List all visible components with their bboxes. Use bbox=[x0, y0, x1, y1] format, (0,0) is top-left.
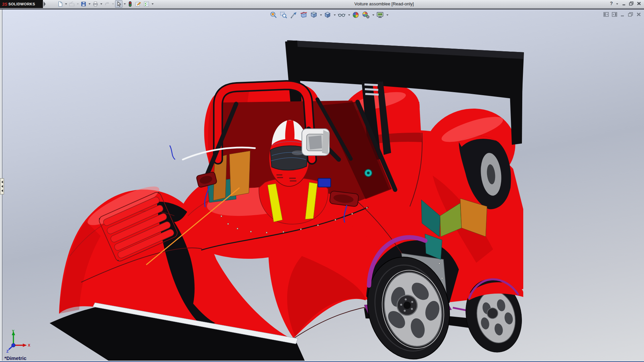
help-button[interactable]: ? bbox=[610, 1, 613, 6]
pane-left-icon bbox=[603, 12, 609, 17]
window-controls: ? bbox=[610, 1, 641, 6]
brand-name: SOLIDWORKS bbox=[8, 2, 35, 6]
restore-document-button[interactable] bbox=[628, 12, 633, 17]
z-axis-ball-icon bbox=[12, 344, 15, 347]
new-document-button[interactable] bbox=[56, 0, 64, 8]
x-axis-arrow-icon bbox=[23, 344, 27, 347]
minimize-button[interactable] bbox=[622, 1, 626, 6]
view-settings-icon bbox=[376, 11, 384, 19]
view-orientation-icon bbox=[310, 11, 318, 19]
expand-arrow-icon bbox=[1, 181, 3, 183]
pane-left-button[interactable] bbox=[603, 12, 609, 17]
intake-box[interactable] bbox=[302, 129, 329, 156]
edit-annotation-icon bbox=[135, 1, 141, 7]
rotate-view-button[interactable] bbox=[289, 10, 298, 19]
print-button[interactable] bbox=[92, 0, 99, 8]
display-style-button[interactable] bbox=[323, 10, 332, 19]
hide-show-items-button[interactable] bbox=[337, 10, 346, 19]
select-cursor-icon bbox=[116, 1, 122, 7]
race-car-model[interactable] bbox=[50, 40, 528, 362]
window-title: Voiture assomblee [Read-only] bbox=[354, 1, 414, 6]
y-axis-label: Y bbox=[12, 329, 15, 333]
edit-appearance-button[interactable] bbox=[351, 10, 360, 19]
new-dropdown-icon[interactable] bbox=[65, 3, 67, 5]
open-document-button[interactable] bbox=[68, 0, 75, 8]
rotate-view-icon bbox=[290, 11, 298, 19]
apply-scene-icon bbox=[362, 11, 370, 19]
traffic-light-icon bbox=[127, 1, 133, 7]
close-button[interactable] bbox=[637, 1, 641, 6]
harness-buckle bbox=[318, 178, 331, 187]
pane-right-button[interactable] bbox=[612, 12, 617, 17]
open-document-icon bbox=[69, 1, 75, 7]
new-document-icon bbox=[57, 1, 63, 7]
window-bottom-edge bbox=[0, 361, 644, 362]
brand-prefix: 3S bbox=[2, 2, 7, 7]
section-view-button[interactable] bbox=[299, 10, 308, 19]
rebuild-button[interactable] bbox=[127, 0, 133, 8]
scene-dropdown-icon[interactable] bbox=[372, 14, 374, 16]
solidworks-logo: 3S SOLIDWORKS bbox=[0, 0, 43, 8]
titlebar: 3S SOLIDWORKS bbox=[0, 0, 644, 8]
minimize-icon bbox=[622, 1, 626, 6]
document-window-controls bbox=[603, 12, 641, 17]
view-settings-button[interactable] bbox=[375, 10, 385, 19]
restore-icon bbox=[629, 1, 634, 6]
save-icon bbox=[80, 1, 87, 7]
display-style-dropdown-icon[interactable] bbox=[334, 14, 336, 16]
zoom-to-area-icon bbox=[280, 11, 287, 19]
menu-flyout-arrow-icon[interactable] bbox=[44, 1, 46, 7]
checker-dropdown-icon[interactable] bbox=[152, 3, 154, 5]
view-orientation-label: *Dimetric bbox=[4, 355, 26, 361]
restore-document-icon bbox=[628, 12, 633, 17]
hide-show-dropdown-icon[interactable] bbox=[348, 14, 350, 16]
display-style-icon bbox=[324, 11, 331, 19]
print-dropdown-icon[interactable] bbox=[100, 3, 102, 5]
select-tool-button[interactable] bbox=[115, 0, 122, 8]
heads-up-view-toolbar bbox=[269, 10, 389, 19]
close-document-icon bbox=[636, 12, 641, 17]
zoom-to-area-button[interactable] bbox=[279, 10, 288, 19]
graphics-area[interactable]: Y X Z *Dimetric bbox=[0, 9, 644, 362]
undo-icon bbox=[104, 1, 110, 7]
close-icon bbox=[637, 1, 641, 6]
annotation-button[interactable] bbox=[134, 0, 142, 8]
save-dropdown-icon[interactable] bbox=[89, 3, 91, 5]
design-checker-button[interactable] bbox=[143, 0, 150, 8]
z-axis-label: Z bbox=[6, 349, 9, 353]
design-checker-icon bbox=[143, 1, 150, 7]
select-dropdown-icon[interactable] bbox=[124, 3, 126, 5]
restore-button[interactable] bbox=[629, 1, 634, 6]
collapsed-featuremanager-tab[interactable] bbox=[0, 178, 4, 194]
zoom-to-fit-icon bbox=[270, 11, 277, 19]
close-document-button[interactable] bbox=[636, 12, 641, 17]
undo-button[interactable] bbox=[103, 0, 111, 8]
pane-right-icon bbox=[612, 12, 617, 17]
expand-arrow-icon bbox=[1, 189, 3, 192]
open-dropdown-icon[interactable] bbox=[77, 3, 79, 5]
print-icon bbox=[92, 1, 98, 7]
antenna-wire bbox=[170, 145, 175, 160]
eyeglasses-icon bbox=[337, 11, 346, 19]
expand-arrow-icon bbox=[1, 185, 3, 188]
undo-dropdown-icon[interactable] bbox=[112, 3, 114, 5]
save-button[interactable] bbox=[80, 0, 87, 8]
view-orientation-button[interactable] bbox=[309, 10, 318, 19]
reference-triad[interactable]: Y X Z bbox=[5, 329, 32, 353]
minimize-document-icon bbox=[620, 12, 625, 17]
help-dropdown-icon[interactable] bbox=[616, 3, 618, 5]
orientation-dropdown-icon[interactable] bbox=[320, 14, 322, 16]
3d-viewport[interactable] bbox=[0, 9, 644, 362]
appearance-sphere-icon bbox=[352, 11, 360, 19]
view-settings-dropdown-icon[interactable] bbox=[386, 14, 388, 16]
apply-scene-button[interactable] bbox=[361, 10, 371, 19]
x-axis-label: X bbox=[28, 343, 31, 347]
section-view-icon bbox=[300, 11, 308, 19]
zoom-to-fit-button[interactable] bbox=[269, 10, 278, 19]
standard-toolbar bbox=[56, 0, 155, 8]
minimize-document-button[interactable] bbox=[620, 12, 625, 17]
